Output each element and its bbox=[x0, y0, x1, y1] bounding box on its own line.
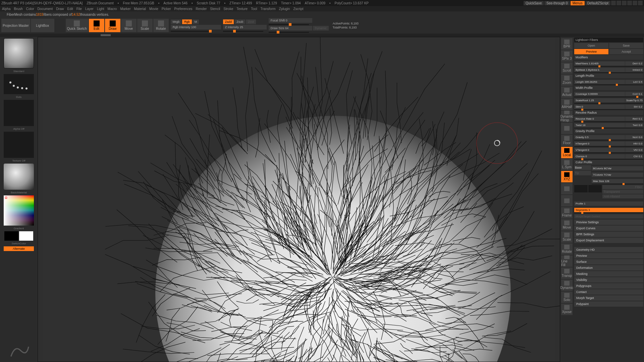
section-masking[interactable]: Masking bbox=[574, 271, 643, 277]
color-profile-header[interactable]: Color Profile bbox=[574, 160, 643, 165]
param-slider[interactable]: Gravity 0.5 bbox=[574, 135, 625, 139]
defaultscript-button[interactable]: DefaultZScript bbox=[585, 1, 610, 5]
antialiased-chip[interactable]: Anti-Aliased bbox=[602, 194, 643, 198]
menu-edit[interactable]: Edit bbox=[67, 7, 73, 11]
window-icon[interactable] bbox=[622, 1, 627, 5]
edit-button[interactable]: Edit bbox=[89, 19, 104, 32]
Local-button[interactable]: Local bbox=[561, 147, 573, 158]
menu-layer[interactable]: Layer bbox=[85, 7, 94, 11]
Line Fill-button[interactable]: Line Fill bbox=[561, 255, 573, 267]
param-side[interactable]: ScaleTip 0.75 bbox=[625, 98, 643, 103]
menu-color[interactable]: Color bbox=[26, 7, 34, 11]
material-thumbnail[interactable] bbox=[4, 164, 34, 190]
menu-material[interactable]: Material bbox=[134, 7, 146, 11]
Dynamic Persp-button[interactable]: Dynamic Persp bbox=[561, 111, 573, 122]
window-icon[interactable] bbox=[611, 1, 616, 5]
tip-swatch[interactable]: Tip bbox=[574, 171, 591, 175]
AAHalf-button[interactable]: AAHalf bbox=[561, 99, 573, 110]
menu-draw[interactable]: Draw bbox=[56, 7, 64, 11]
slider[interactable] bbox=[269, 24, 309, 25]
menu-alpha[interactable]: Alpha bbox=[2, 7, 11, 11]
move-button[interactable]: Move bbox=[121, 19, 137, 32]
profile1-slider[interactable]: Profile 1 bbox=[574, 201, 643, 206]
transparent-chip[interactable]: Transparent bbox=[602, 190, 643, 194]
texture-thumbnail[interactable] bbox=[4, 132, 34, 158]
quicksave-button[interactable]: QuickSave bbox=[524, 1, 544, 5]
menu-picker[interactable]: Picker bbox=[162, 7, 171, 11]
param-side[interactable]: HtV 0.0 bbox=[625, 141, 643, 146]
param-slider[interactable]: ByMask 1 ByArea 0. bbox=[574, 68, 625, 72]
revolve-header[interactable]: Revolve Radius bbox=[574, 110, 643, 115]
quicksketch-button[interactable]: Quick Sketch bbox=[66, 19, 88, 32]
Scroll-button[interactable]: Scroll bbox=[561, 62, 573, 74]
param-side[interactable]: Imbed 0 bbox=[625, 68, 643, 72]
shelf-button[interactable] bbox=[561, 123, 573, 134]
Dynamic-button[interactable]: Dynamic bbox=[561, 280, 573, 291]
color-picker[interactable] bbox=[4, 195, 34, 226]
preview-button[interactable]: Preview bbox=[574, 49, 608, 54]
param-slider[interactable]: Revolve Rate 0 bbox=[574, 117, 625, 121]
menu-zplugin[interactable]: Zplugin bbox=[279, 7, 290, 11]
scroll-strip[interactable] bbox=[0, 34, 644, 37]
stroke-thumbnail[interactable] bbox=[4, 74, 34, 94]
menus-button[interactable]: Menus bbox=[571, 1, 585, 5]
param-side[interactable]: ReV 0.1 bbox=[625, 117, 643, 121]
param-side[interactable]: TwV 0.0 bbox=[625, 123, 643, 127]
switchcolor-button[interactable]: SwitchColor bbox=[12, 242, 26, 245]
menu-brush[interactable]: Brush bbox=[14, 7, 23, 11]
window-icon[interactable] bbox=[616, 1, 621, 5]
param-side[interactable]: VtV 0.0 bbox=[625, 148, 643, 152]
close-icon[interactable] bbox=[638, 1, 643, 5]
param-slider[interactable]: Twist 18 bbox=[574, 123, 625, 127]
projection-master-button[interactable]: Projection Master bbox=[1, 19, 30, 32]
Floor-button[interactable]: Floor bbox=[561, 135, 573, 146]
Actual-button[interactable]: Actual bbox=[561, 86, 573, 98]
rgb-chip[interactable]: Rgb bbox=[182, 19, 192, 24]
maximize-icon[interactable] bbox=[633, 1, 637, 5]
zsub-chip[interactable]: Zsub bbox=[234, 19, 245, 24]
slider[interactable] bbox=[269, 32, 309, 33]
alpha-thumbnail[interactable] bbox=[4, 100, 34, 126]
draw-button[interactable]: Draw bbox=[105, 19, 120, 32]
minimize-icon[interactable] bbox=[627, 1, 632, 5]
param-side[interactable]: LeV 0.5 bbox=[625, 80, 643, 84]
alternate-button[interactable]: Alternate bbox=[4, 246, 34, 251]
param-slider[interactable]: HTangent 0 bbox=[574, 141, 625, 146]
slider[interactable] bbox=[223, 31, 263, 32]
section-visibility[interactable]: Visibility bbox=[574, 277, 643, 283]
swatch[interactable] bbox=[588, 185, 602, 192]
Rotate-button[interactable]: Rotate bbox=[561, 243, 573, 255]
lightbox-button[interactable]: LightBox bbox=[31, 19, 54, 32]
swatch[interactable] bbox=[574, 185, 588, 192]
fiber-chip[interactable]: Fiber bbox=[602, 185, 643, 189]
param-side[interactable]: CoV 0.1 bbox=[625, 92, 643, 96]
menu-zscript[interactable]: Zscript bbox=[293, 7, 303, 11]
zcut-chip[interactable]: Zcut bbox=[246, 19, 256, 24]
Move-button[interactable]: Move bbox=[561, 219, 573, 231]
Scale-button[interactable]: Scale bbox=[561, 231, 573, 243]
viewport[interactable] bbox=[38, 37, 560, 362]
modifiers-header[interactable]: Modifiers bbox=[574, 55, 643, 60]
section-export-displacement[interactable]: Export Displacement bbox=[574, 238, 643, 243]
menu-render[interactable]: Render bbox=[196, 7, 207, 11]
section-surface[interactable]: Surface bbox=[574, 259, 643, 264]
section-deformation[interactable]: Deformation bbox=[574, 265, 643, 270]
tcolor-slider[interactable]: TColoriz TCVar bbox=[592, 173, 643, 177]
m-chip[interactable]: M bbox=[193, 19, 199, 24]
maxsize-slider[interactable]: Max Size 128 bbox=[592, 179, 643, 183]
color-swatches[interactable] bbox=[4, 231, 33, 241]
section-morph-target[interactable]: Morph Target bbox=[574, 295, 643, 301]
param-slider[interactable]: VTangent 0 bbox=[574, 148, 625, 152]
Zoom-button[interactable]: Zoom bbox=[561, 74, 573, 86]
shelf-button[interactable] bbox=[561, 183, 573, 194]
Frame-button[interactable]: Frame bbox=[561, 207, 573, 219]
gradient-label[interactable]: Gradient bbox=[14, 227, 24, 230]
param-side[interactable]: NoV 0.0 bbox=[625, 135, 643, 139]
scale-button[interactable]: Scale bbox=[137, 19, 153, 32]
length-profile-header[interactable]: Length Profile bbox=[574, 73, 643, 78]
menu-stencil[interactable]: Stencil bbox=[210, 7, 220, 11]
shelf-button[interactable] bbox=[561, 195, 573, 206]
section-bpr-settings[interactable]: BPR Settings bbox=[574, 232, 643, 237]
L.Sym-button[interactable]: L.Sym bbox=[561, 159, 573, 170]
section-preview[interactable]: Preview bbox=[574, 253, 643, 258]
